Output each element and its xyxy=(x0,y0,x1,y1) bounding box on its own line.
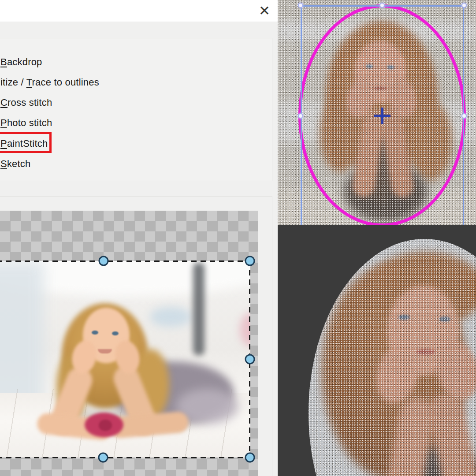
screenshot-root: ✕ Backdrop itize / Trace to outlines Cro… xyxy=(0,0,476,476)
label-key: S xyxy=(0,158,7,169)
paintstitch-canvas-dark xyxy=(278,225,476,476)
label-rest: ketch xyxy=(7,158,31,169)
menu-panel: Backdrop itize / Trace to outlines Cross… xyxy=(0,38,272,181)
resize-handle-top-middle[interactable] xyxy=(99,256,109,266)
stitch-type-dialog: ✕ Backdrop itize / Trace to outlines Cro… xyxy=(0,0,278,476)
eye-right-shape xyxy=(112,331,119,335)
menu-item-backdrop[interactable]: Backdrop xyxy=(0,56,42,68)
paintstitch-highlight-box xyxy=(0,132,52,153)
selection-handle-top-right[interactable] xyxy=(461,3,467,8)
label-rest: hoto stitch xyxy=(7,117,52,128)
oval-stitch-area xyxy=(309,239,476,476)
selection-marquee-bottom[interactable] xyxy=(0,457,252,458)
menu-item-photo-stitch[interactable]: Photo stitch xyxy=(0,117,52,129)
selection-handle-right-middle[interactable] xyxy=(461,113,467,119)
resize-handle-right-middle[interactable] xyxy=(245,354,255,364)
center-cross-icon xyxy=(381,108,383,124)
selection-handle-top-middle[interactable] xyxy=(379,3,385,8)
paintstitch-canvas-selected xyxy=(278,0,476,225)
label-key: T xyxy=(26,77,32,88)
resize-handle-top-right[interactable] xyxy=(245,256,255,266)
label-key: B xyxy=(0,56,7,67)
label-rest: race to outlines xyxy=(32,77,99,88)
photo-artwork[interactable] xyxy=(0,261,250,457)
label-key: P xyxy=(0,117,7,128)
close-button[interactable]: ✕ xyxy=(256,2,273,20)
label-key: C xyxy=(0,97,7,108)
menu-item-cross-stitch[interactable]: Cross stitch xyxy=(0,97,52,109)
shelf-shape xyxy=(150,307,192,327)
menu-item-digitize-trace[interactable]: itize / Trace to outlines xyxy=(0,76,99,89)
resize-handle-bottom-right[interactable] xyxy=(245,453,255,463)
menu-item-sketch[interactable]: Sketch xyxy=(0,158,30,170)
selection-marquee-top[interactable] xyxy=(0,260,252,262)
selection-handle-left-middle[interactable] xyxy=(298,113,303,119)
label-rest: ackdrop xyxy=(7,56,42,67)
preview-panel xyxy=(0,196,272,476)
selection-handle-top-left[interactable] xyxy=(298,3,303,8)
label-rest: ross stitch xyxy=(7,97,52,108)
stitch-texture-overlay xyxy=(309,239,476,476)
chair-leg-shape xyxy=(193,263,205,355)
eye-left-shape xyxy=(92,331,98,335)
mouth-shape xyxy=(98,349,112,353)
label-prefix: itize / xyxy=(0,77,26,88)
dialog-titlebar: ✕ xyxy=(0,0,278,22)
bow-knot-shape xyxy=(99,420,112,431)
resize-handle-bottom-middle[interactable] xyxy=(98,453,108,463)
